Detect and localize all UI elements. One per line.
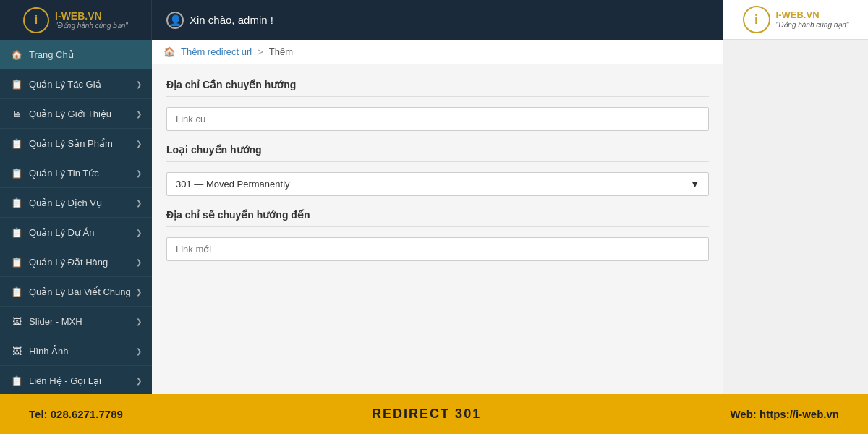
sidebar-label-dat-hang: Quản Lý Đặt Hàng xyxy=(29,257,108,268)
gioi-thieu-icon: 🖥 xyxy=(10,107,23,120)
hinh-anh-icon: 🖼 xyxy=(10,344,23,357)
sidebar-label-bai-viet: Quản Lý Bài Viết Chung xyxy=(29,286,131,297)
logo-circle-icon: i xyxy=(743,6,770,33)
select-chevron-icon: ▼ xyxy=(690,179,699,190)
field1-input[interactable] xyxy=(166,107,709,131)
sidebar-label-hinh-anh: Hình Ảnh xyxy=(29,346,69,357)
sidebar-item-dat-hang[interactable]: 📋 Quản Lý Đặt Hàng ❯ xyxy=(0,247,152,277)
chevron-icon: ❯ xyxy=(136,229,142,237)
field2-select[interactable]: 301 — Moved Permanently ▼ xyxy=(166,172,709,196)
field2-label: Loại chuyển hướng xyxy=(166,144,709,156)
form-area: Địa chỉ Cần chuyển hướng Loại chuyển hướ… xyxy=(152,64,723,425)
sidebar-label-du-an: Quản Lý Dự Án xyxy=(29,227,94,238)
field2-value: 301 — Moved Permanently xyxy=(176,179,290,190)
chevron-icon: ❯ xyxy=(136,169,142,177)
sidebar-item-left: 📋 Quản Lý Dịch Vụ xyxy=(10,196,102,209)
logo-subtitle: "Đồng hành cùng bạn" xyxy=(776,21,849,30)
home-icon: 🏠 xyxy=(10,48,23,61)
top-logo: i I-WEB.VN "Đồng hành cùng bạn" xyxy=(723,0,868,40)
chevron-icon: ❯ xyxy=(136,110,142,118)
dich-vu-icon: 📋 xyxy=(10,196,23,209)
main-content: 🏠 Thêm redirect url > Thêm Địa chỉ Cần c… xyxy=(152,40,723,425)
form-section-field3: Địa chỉ sẽ chuyển hướng đến xyxy=(166,209,709,261)
sidebar-item-left: 📋 Quản Lý Đặt Hàng xyxy=(10,255,108,268)
breadcrumb-separator: > xyxy=(258,46,263,57)
sidebar-label-lien-he: Liên Hệ - Gọi Lại xyxy=(29,375,101,386)
form-section-field1: Địa chỉ Cần chuyển hướng xyxy=(166,79,709,131)
sidebar-item-tac-gia[interactable]: 📋 Quản Lý Tác Giả ❯ xyxy=(0,69,152,99)
sidebar-label-trang-chu: Trang Chủ xyxy=(29,49,74,60)
sidebar: 🏠 Trang Chủ 📋 Quản Lý Tác Giả ❯ 🖥 Quản L… xyxy=(0,40,152,425)
sidebar-item-left: 🖥 Quản Lý Giới Thiệu xyxy=(10,107,111,120)
san-pham-icon: 📋 xyxy=(10,137,23,150)
slider-icon: 🖼 xyxy=(10,315,23,328)
form-section-field2: Loại chuyển hướng 301 — Moved Permanentl… xyxy=(166,144,709,196)
sidebar-logo-title: I-WEB.VN xyxy=(55,10,128,22)
sidebar-item-du-an[interactable]: 📋 Quản Lý Dự Án ❯ xyxy=(0,218,152,247)
sidebar-item-slider[interactable]: 🖼 Slider - MXH ❯ xyxy=(0,307,152,336)
sidebar-label-tac-gia: Quản Lý Tác Giả xyxy=(29,79,101,90)
logo-text: I-WEB.VN "Đồng hành cùng bạn" xyxy=(776,9,849,30)
chevron-icon: ❯ xyxy=(136,347,142,355)
tin-tuc-icon: 📋 xyxy=(10,166,23,179)
sidebar-label-dich-vu: Quản Lý Dịch Vụ xyxy=(29,197,102,208)
breadcrumb-current: Thêm xyxy=(269,46,293,57)
footer: Tel: 028.6271.7789 REDIRECT 301 Web: htt… xyxy=(0,394,868,434)
sidebar-item-tin-tuc[interactable]: 📋 Quản Lý Tin Tức ❯ xyxy=(0,158,152,188)
chevron-icon: ❯ xyxy=(136,140,142,148)
sidebar-item-left: 🖼 Hình Ảnh xyxy=(10,344,69,357)
admin-header: i I-WEB.VN "Đồng hành cùng bạn" 👤 Xin ch… xyxy=(0,0,723,40)
chevron-icon: ❯ xyxy=(136,258,142,266)
du-an-icon: 📋 xyxy=(10,226,23,239)
field3-input[interactable] xyxy=(166,237,709,261)
chevron-icon: ❯ xyxy=(136,80,142,88)
sidebar-item-bai-viet[interactable]: 📋 Quản Lý Bài Viết Chung ❯ xyxy=(0,277,152,307)
sidebar-label-slider: Slider - MXH xyxy=(29,316,82,327)
dat-hang-icon: 📋 xyxy=(10,255,23,268)
tac-gia-icon: 📋 xyxy=(10,77,23,90)
sidebar-item-left: 📋 Liên Hệ - Gọi Lại xyxy=(10,374,101,387)
sidebar-logo: i I-WEB.VN "Đồng hành cùng bạn" xyxy=(0,0,152,40)
chevron-icon: ❯ xyxy=(136,318,142,326)
sidebar-label-tin-tuc: Quản Lý Tin Tức xyxy=(29,168,99,179)
sidebar-logo-circle-icon: i xyxy=(23,7,49,33)
chevron-icon: ❯ xyxy=(136,377,142,385)
chevron-icon: ❯ xyxy=(136,288,142,296)
field1-label: Địa chỉ Cần chuyển hướng xyxy=(166,79,709,90)
footer-tel: Tel: 028.6271.7789 xyxy=(29,408,123,420)
footer-center-text: REDIRECT 301 xyxy=(372,407,481,422)
user-icon: 👤 xyxy=(166,12,184,29)
logo-title: I-WEB.VN xyxy=(776,9,849,21)
lien-he-icon: 📋 xyxy=(10,374,23,387)
bai-viet-icon: 📋 xyxy=(10,285,23,298)
sidebar-logo-text: I-WEB.VN "Đồng hành cùng bạn" xyxy=(55,10,128,30)
main-wrapper: i I-WEB.VN "Đồng hành cùng bạn" 👤 Xin ch… xyxy=(0,0,723,394)
sidebar-logo-subtitle: "Đồng hành cùng bạn" xyxy=(55,22,128,30)
breadcrumb-link[interactable]: Thêm redirect url xyxy=(181,46,252,57)
breadcrumb: 🏠 Thêm redirect url > Thêm xyxy=(152,40,723,64)
breadcrumb-home-icon: 🏠 xyxy=(163,46,175,57)
footer-web: Web: https://i-web.vn xyxy=(730,408,839,420)
sidebar-item-lien-he[interactable]: 📋 Liên Hệ - Gọi Lại ❯ xyxy=(0,366,152,396)
sidebar-item-gioi-thieu[interactable]: 🖥 Quản Lý Giới Thiệu ❯ xyxy=(0,99,152,129)
divider3 xyxy=(166,226,709,227)
sidebar-item-trang-chu[interactable]: 🏠 Trang Chủ xyxy=(0,40,152,69)
sidebar-label-gioi-thieu: Quản Lý Giới Thiệu xyxy=(29,109,111,119)
sidebar-item-left: 📋 Quản Lý Bài Viết Chung xyxy=(10,285,131,298)
sidebar-item-left: 📋 Quản Lý Dự Án xyxy=(10,226,94,239)
sidebar-item-left: 📋 Quản Lý Sản Phẩm xyxy=(10,137,113,150)
greeting-text: Xin chào, admin ! xyxy=(190,14,273,26)
sidebar-label-san-pham: Quản Lý Sản Phẩm xyxy=(29,138,113,149)
sidebar-item-left: 🖼 Slider - MXH xyxy=(10,315,82,328)
field3-label: Địa chỉ sẽ chuyển hướng đến xyxy=(166,209,709,221)
sidebar-item-san-pham[interactable]: 📋 Quản Lý Sản Phẩm ❯ xyxy=(0,129,152,158)
divider2 xyxy=(166,161,709,162)
body-area: 🏠 Trang Chủ 📋 Quản Lý Tác Giả ❯ 🖥 Quản L… xyxy=(0,40,723,425)
sidebar-item-left: 🏠 Trang Chủ xyxy=(10,48,74,61)
sidebar-item-hinh-anh[interactable]: 🖼 Hình Ảnh ❯ xyxy=(0,336,152,366)
chevron-icon: ❯ xyxy=(136,199,142,207)
header-greeting: 👤 Xin chào, admin ! xyxy=(152,12,273,29)
sidebar-item-left: 📋 Quản Lý Tin Tức xyxy=(10,166,99,179)
sidebar-item-dich-vu[interactable]: 📋 Quản Lý Dịch Vụ ❯ xyxy=(0,188,152,218)
sidebar-item-left: 📋 Quản Lý Tác Giả xyxy=(10,77,101,90)
